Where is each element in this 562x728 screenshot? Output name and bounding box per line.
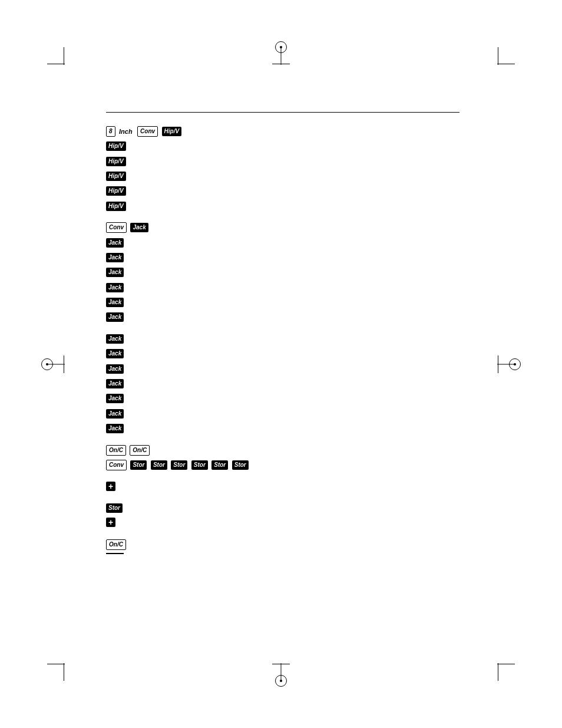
section-onc-stor: On/C On/C Conv Stor Stor Stor Stor Stor … — [106, 443, 459, 472]
hipv-row-3: Hip/V — [106, 169, 459, 182]
badge-hipv-4[interactable]: Hip/V — [106, 186, 126, 196]
jack-row-2: Jack — [106, 251, 459, 263]
row-header-1: 8 Inch Conv Hip/V — [106, 124, 459, 137]
jack2-row-1: Jack — [106, 332, 459, 345]
plus-icon-2[interactable]: + — [106, 518, 115, 527]
badge-jack2-4[interactable]: Jack — [106, 379, 124, 388]
badge-jack-6[interactable]: Jack — [106, 312, 124, 322]
badge-onc-1[interactable]: On/C — [106, 445, 126, 456]
jack2-row-3: Jack — [106, 362, 459, 375]
row-stor: Stor — [106, 501, 459, 514]
badge-jack-4[interactable]: Jack — [106, 283, 124, 292]
row-header-2: Conv Jack — [106, 220, 459, 233]
badge-jack-header[interactable]: Jack — [130, 223, 148, 232]
badge-stor-standalone[interactable]: Stor — [106, 503, 123, 513]
label-inch: Inch — [119, 128, 133, 135]
jack-row-3: Jack — [106, 266, 459, 279]
crop-mark-bl-h — [47, 664, 65, 664]
badge-jack2-3[interactable]: Jack — [106, 364, 124, 374]
badge-hipv-2[interactable]: Hip/V — [106, 157, 126, 166]
badge-stor-6[interactable]: Stor — [232, 460, 249, 470]
jack2-row-5: Jack — [106, 392, 459, 405]
section-stor-plus: Stor + — [106, 501, 459, 529]
hipv-row-1: Hip/V — [106, 139, 459, 152]
reg-mark-cl-dot — [46, 363, 48, 365]
reg-mark-cb-dot — [280, 680, 282, 682]
badge-conv-3[interactable]: Conv — [106, 460, 127, 470]
bottom-rule — [106, 553, 124, 554]
badge-conv-1[interactable]: Conv — [137, 126, 158, 137]
badge-hipv-5[interactable]: Hip/V — [106, 202, 126, 211]
badge-jack2-6[interactable]: Jack — [106, 409, 124, 419]
badge-jack-1[interactable]: Jack — [106, 238, 124, 248]
top-rule — [106, 112, 459, 113]
badge-jack2-1[interactable]: Jack — [106, 334, 124, 344]
badge-stor-4[interactable]: Stor — [191, 460, 208, 470]
badge-8[interactable]: 8 — [106, 126, 115, 137]
badge-stor-1[interactable]: Stor — [130, 460, 147, 470]
jack-row-6: Jack — [106, 311, 459, 324]
badge-onc-2[interactable]: On/C — [130, 445, 150, 456]
crop-mark-br-h — [497, 664, 515, 664]
badge-hipv-3[interactable]: Hip/V — [106, 172, 126, 181]
reg-mark-cl-v — [64, 355, 64, 373]
badge-jack-3[interactable]: Jack — [106, 268, 124, 277]
badge-conv-2[interactable]: Conv — [106, 222, 127, 233]
hipv-row-5: Hip/V — [106, 199, 459, 212]
crop-mark-tl-h — [47, 64, 65, 64]
jack2-row-4: Jack — [106, 377, 459, 390]
section-jack-2: Jack Jack Jack Jack Jack Jack Jack — [106, 332, 459, 435]
badge-jack2-2[interactable]: Jack — [106, 349, 124, 358]
hipv-row-4: Hip/V — [106, 185, 459, 197]
badge-hipv-1[interactable]: Hip/V — [106, 141, 126, 151]
jack2-row-6: Jack — [106, 407, 459, 420]
badge-jack2-5[interactable]: Jack — [106, 394, 124, 403]
badge-jack-5[interactable]: Jack — [106, 298, 124, 307]
section-onc-standalone: On/C — [106, 538, 459, 554]
hipv-row-2: Hip/V — [106, 154, 459, 167]
jack2-row-2: Jack — [106, 347, 459, 360]
section-jack-1: Conv Jack Jack Jack Jack Jack Jack Jack — [106, 220, 459, 324]
badge-onc-standalone[interactable]: On/C — [106, 539, 126, 550]
badge-jack-2[interactable]: Jack — [106, 253, 124, 262]
badge-hipv-header[interactable]: Hip/V — [162, 127, 182, 136]
jack-row-4: Jack — [106, 281, 459, 294]
crop-mark-tr-v — [498, 47, 498, 65]
jack-row-5: Jack — [106, 295, 459, 308]
jack-row-1: Jack — [106, 236, 459, 249]
row-onc-standalone: On/C — [106, 538, 459, 551]
plus-icon-1[interactable]: + — [106, 482, 115, 491]
main-content: 8 Inch Conv Hip/V Hip/V Hip/V Hip/V Hip/… — [106, 112, 459, 562]
reg-mark-ct-dot — [280, 46, 282, 48]
badge-stor-5[interactable]: Stor — [211, 460, 228, 470]
crop-mark-br-v — [498, 663, 498, 681]
reg-mark-cr-v — [498, 355, 498, 373]
row-onc: On/C On/C — [106, 443, 459, 456]
crop-mark-bl-v — [64, 663, 64, 681]
badge-jack2-7[interactable]: Jack — [106, 424, 124, 433]
section-plus-1: + — [106, 480, 459, 493]
badge-stor-2[interactable]: Stor — [151, 460, 167, 470]
row-plus-2: + — [106, 516, 459, 529]
crop-mark-tl-v — [64, 47, 64, 65]
row-plus-1: + — [106, 480, 459, 493]
row-conv-stor: Conv Stor Stor Stor Stor Stor Stor — [106, 458, 459, 471]
reg-mark-cr-dot — [514, 363, 516, 365]
crop-mark-tr-h — [497, 64, 515, 64]
badge-stor-3[interactable]: Stor — [171, 460, 187, 470]
section-hipv: 8 Inch Conv Hip/V Hip/V Hip/V Hip/V Hip/… — [106, 124, 459, 212]
jack2-row-7: Jack — [106, 421, 459, 434]
